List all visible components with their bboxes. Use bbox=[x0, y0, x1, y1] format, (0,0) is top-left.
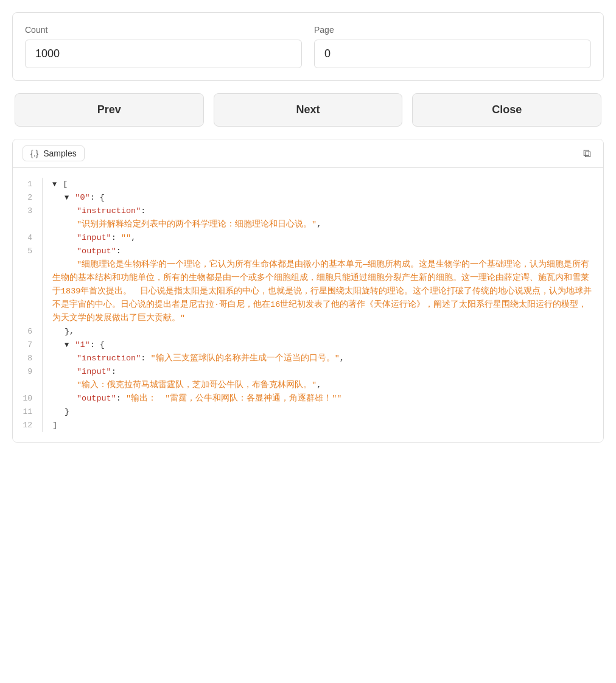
count-input[interactable] bbox=[25, 40, 302, 68]
json-viewer: 1 ▼ [ 2 ▼ "0": { 3 "instruction": "识别并解释… bbox=[13, 168, 603, 442]
next-button[interactable]: Next bbox=[214, 93, 403, 127]
json-icon: {.} bbox=[30, 149, 38, 158]
json-line-9b: "输入：俄克拉荷马城雷霆队，芝加哥公牛队，布鲁克林网队。", bbox=[13, 379, 603, 392]
samples-header: {.} Samples ⧉ bbox=[13, 139, 603, 168]
top-section: Count Page bbox=[12, 12, 604, 81]
json-line-7: 7 ▼ "1": { bbox=[13, 338, 603, 352]
fields-row: Count Page bbox=[25, 25, 591, 68]
samples-tab-label: Samples bbox=[43, 149, 76, 158]
page-label: Page bbox=[314, 25, 591, 35]
close-button[interactable]: Close bbox=[412, 93, 601, 127]
json-line-6: 6 }, bbox=[13, 325, 603, 338]
json-line-2: 2 ▼ "0": { bbox=[13, 191, 603, 205]
json-line-5b: "细胞理论是生物科学的一个理论，它认为所有生命体都是由微小的基本单元—细胞所构成… bbox=[13, 258, 603, 325]
json-line-8: 8 "instruction": "输入三支篮球队的名称并生成一个适当的口号。"… bbox=[13, 352, 603, 365]
buttons-row: Prev Next Close bbox=[12, 93, 604, 127]
json-line-10: 10 "output": "输出： "雷霆，公牛和网队：各显神通，角逐群雄！"" bbox=[13, 392, 603, 405]
json-line-1: 1 ▼ [ bbox=[13, 178, 603, 191]
samples-tab[interactable]: {.} Samples bbox=[23, 145, 85, 161]
json-line-12: 12 ] bbox=[13, 419, 603, 432]
json-line-3b: "识别并解释给定列表中的两个科学理论：细胞理论和日心说。", bbox=[13, 218, 603, 231]
json-line-3: 3 "instruction": bbox=[13, 205, 603, 218]
page-field-group: Page bbox=[314, 25, 591, 68]
json-line-9: 9 "input": bbox=[13, 365, 603, 379]
json-line-4: 4 "input": "", bbox=[13, 231, 603, 245]
count-label: Count bbox=[25, 25, 302, 35]
count-field-group: Count bbox=[25, 25, 302, 68]
copy-button[interactable]: ⧉ bbox=[581, 146, 593, 161]
prev-button[interactable]: Prev bbox=[15, 93, 204, 127]
samples-panel: {.} Samples ⧉ 1 ▼ [ 2 ▼ "0": { 3 "instru… bbox=[12, 139, 604, 443]
json-line-11: 11 } bbox=[13, 405, 603, 419]
page-input[interactable] bbox=[314, 40, 591, 68]
json-line-5: 5 "output": bbox=[13, 245, 603, 258]
